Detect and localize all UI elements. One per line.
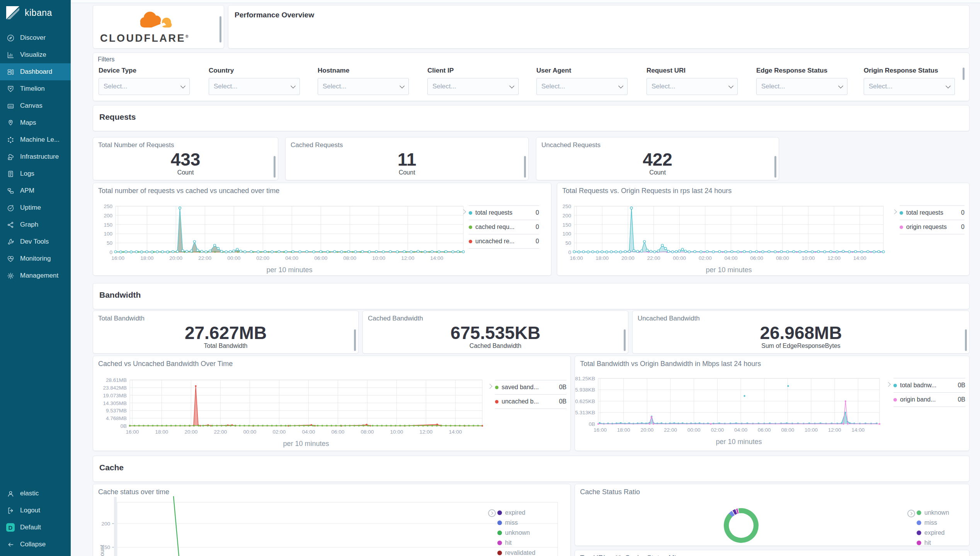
filter-select-edge-response-status[interactable]: Select... [756, 78, 847, 95]
svg-text:0B: 0B [589, 421, 595, 427]
sidebar-item-monitoring[interactable]: Monitoring [0, 250, 71, 267]
chevron-down-icon [946, 83, 951, 88]
sidebar-nav: DiscoverVisualizeDashboardTimelionCanvas… [0, 29, 71, 284]
legend-value: 0 [536, 224, 539, 231]
legend-item-origin-requests[interactable]: origin requests0 [900, 220, 965, 234]
metric-title: Cached Requests [291, 141, 343, 149]
metric-panel-total-bandwidth: Total Bandwidth27.627MBTotal Bandwidth [93, 310, 359, 354]
legend-item-total-bandwidth[interactable]: total badnw...0B [893, 378, 965, 392]
legend-item-expired[interactable]: expired [497, 508, 535, 518]
panel-scrollbar[interactable] [354, 329, 356, 351]
legend-collapse-icon[interactable] [488, 509, 496, 517]
legend-value: 0 [961, 209, 965, 216]
kibana-logo[interactable]: kibana [0, 0, 71, 24]
sidebar-item-default[interactable]: DDefault [0, 519, 71, 536]
metric-value: 422 [536, 149, 779, 170]
management-icon [7, 272, 15, 280]
legend-item-total-requests[interactable]: total requests0 [900, 205, 965, 220]
legend-item-saved-bandwidth[interactable]: saved band...0B [495, 380, 567, 394]
legend-collapse-icon[interactable] [907, 510, 915, 517]
x-axis-label: per 10 minutes [130, 440, 482, 448]
filter-select-user-agent[interactable]: Select... [536, 78, 628, 95]
svg-text:200: 200 [562, 213, 571, 219]
metric-value: 11 [286, 149, 528, 170]
metric-panel-uncached-requests: Uncached Requests422Count [536, 137, 779, 180]
legend-item-expired[interactable]: expired [917, 528, 949, 538]
legend-label: unknown [505, 529, 530, 536]
legend-item-unknown[interactable]: unknown [917, 508, 949, 518]
filter-select-client-ip[interactable]: Select... [427, 78, 519, 95]
sidebar-item-dashboard[interactable]: Dashboard [0, 63, 71, 80]
infrastructure-icon [7, 153, 15, 161]
legend-item-uncached-requests[interactable]: uncached re...0 [469, 234, 539, 249]
svg-text:10:00: 10:00 [390, 429, 403, 435]
sidebar-item-logout[interactable]: Logout [0, 502, 71, 519]
panel-section-bandwidth: Bandwidth [93, 283, 970, 309]
svg-text:14:00: 14:00 [851, 427, 864, 433]
sidebar-item-infrastructure[interactable]: Infrastructure [0, 148, 71, 165]
legend-item-cached-requests[interactable]: cached requ...0 [469, 220, 539, 234]
filter-label: Origin Response Status [864, 67, 955, 75]
metric-subtitle: Count [93, 169, 278, 176]
svg-text:00:00: 00:00 [227, 255, 240, 261]
chevron-down-icon [509, 83, 514, 88]
sidebar-item-elastic[interactable]: elastic [0, 485, 71, 502]
filter-user-agent: User AgentSelect... [536, 67, 628, 95]
panel-scrollbar[interactable] [963, 68, 965, 80]
panel-scrollbar[interactable] [274, 156, 276, 178]
legend-item-hit[interactable]: hit [917, 538, 949, 546]
legend-item-revalidated[interactable]: revalidated [497, 548, 535, 556]
panel-section-requests: Requests [93, 105, 970, 131]
filter-select-hostname[interactable]: Select... [318, 78, 409, 95]
svg-text:12:00: 12:00 [419, 429, 432, 435]
panel-scrollbar[interactable] [624, 329, 626, 351]
panel-section-cache: Cache [93, 456, 970, 482]
select-placeholder: Select... [541, 83, 565, 90]
legend-item-hit[interactable]: hit [497, 538, 535, 548]
legend-dot-icon [469, 211, 472, 215]
legend-item-unknown[interactable]: unknown [497, 528, 535, 538]
svg-text:06:00: 06:00 [758, 427, 771, 433]
legend-item-total-requests[interactable]: total requests0 [469, 205, 539, 220]
sidebar-item-collapse[interactable]: Collapse [0, 536, 71, 553]
sidebar-item-canvas[interactable]: Canvas [0, 97, 71, 114]
sidebar-item-machine-le[interactable]: Machine Le... [0, 131, 71, 148]
user-icon [7, 490, 15, 498]
sidebar-item-timelion[interactable]: Timelion [0, 80, 71, 97]
legend-label: origin band... [900, 396, 954, 403]
sidebar-item-visualize[interactable]: Visualize [0, 46, 71, 63]
sidebar-item-label: Uptime [20, 204, 41, 212]
filter-select-device-type[interactable]: Select... [99, 78, 190, 95]
sidebar-item-dev-tools[interactable]: Dev Tools [0, 233, 71, 250]
sidebar-item-uptime[interactable]: Uptime [0, 199, 71, 216]
filter-select-origin-response-status[interactable]: Select... [864, 78, 955, 95]
sidebar-item-label: Canvas [20, 102, 43, 110]
legend-item-miss[interactable]: miss [497, 518, 535, 528]
legend-value: 0 [536, 238, 539, 245]
sidebar-item-maps[interactable]: Maps [0, 114, 71, 131]
svg-text:200: 200 [101, 521, 110, 527]
chart-legend: unknownmissexpiredhit [917, 508, 949, 546]
panel-scrollbar[interactable] [965, 329, 967, 351]
filter-select-request-uri[interactable]: Select... [647, 78, 738, 95]
filter-select-country[interactable]: Select... [209, 78, 300, 95]
panel-scrollbar[interactable] [774, 156, 776, 178]
sidebar-item-logs[interactable]: Logs [0, 165, 71, 182]
chevron-down-icon [728, 83, 733, 88]
legend-label: miss [505, 519, 518, 526]
devtools-icon [7, 238, 15, 246]
legend-item-origin-bandwidth[interactable]: origin band...0B [893, 392, 965, 407]
panel-scrollbar[interactable] [219, 16, 221, 42]
legend-dot-icon [497, 531, 502, 535]
legend-item-uncached-bandwidth[interactable]: uncached b...0B [495, 394, 567, 409]
svg-text:18:00: 18:00 [617, 427, 630, 433]
sidebar-item-apm[interactable]: APM [0, 182, 71, 199]
svg-text:22:00: 22:00 [647, 255, 660, 261]
sidebar-item-graph[interactable]: Graph [0, 216, 71, 233]
sidebar-item-discover[interactable]: Discover [0, 29, 71, 46]
svg-text:585.938KB: 585.938KB [575, 387, 595, 393]
metric-title: Uncached Requests [541, 141, 601, 149]
legend-item-miss[interactable]: miss [917, 518, 949, 528]
sidebar-item-management[interactable]: Management [0, 267, 71, 284]
panel-scrollbar[interactable] [524, 156, 526, 178]
